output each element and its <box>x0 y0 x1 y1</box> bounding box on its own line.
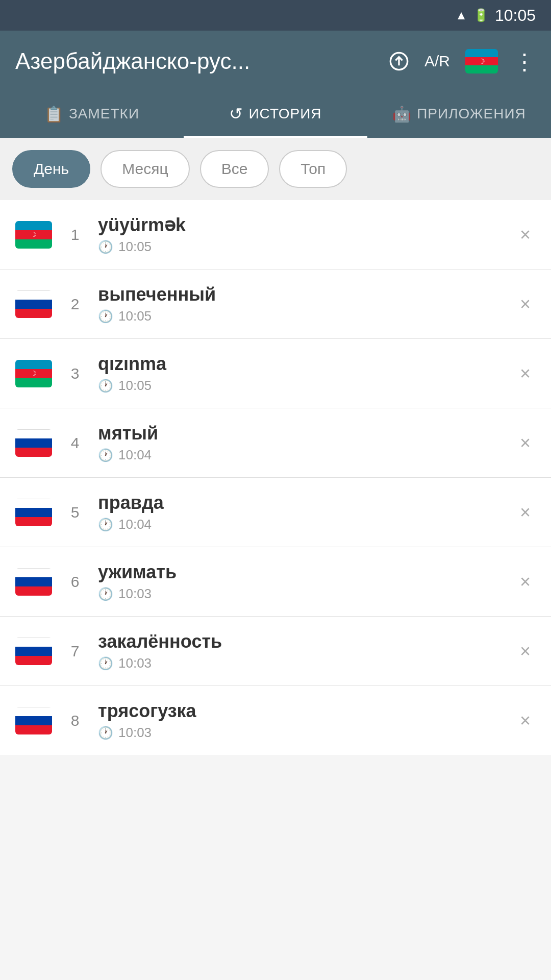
app-title: Азербайджанско-рус... <box>15 48 250 74</box>
clock-icon: 🕐 <box>98 726 113 740</box>
clock-icon: 🕐 <box>98 448 113 462</box>
item-word: закалённость <box>98 631 515 652</box>
list-item[interactable]: 6ужимать🕐10:03× <box>0 547 551 617</box>
app-bar-actions: A/R ☽ ⋮ <box>389 48 536 75</box>
item-time: 🕐10:03 <box>98 655 515 671</box>
item-word: выпеченный <box>98 284 515 305</box>
clock-icon: 🕐 <box>98 656 113 671</box>
flag-stripe-mid: ☽ <box>15 369 52 378</box>
delete-button[interactable]: × <box>515 358 536 389</box>
lang-flag <box>15 290 52 318</box>
flag-button[interactable]: ☽ <box>465 49 498 74</box>
flag-stripe-top <box>15 360 52 369</box>
item-word: мятый <box>98 423 515 444</box>
list-item[interactable]: 2выпеченный🕐10:05× <box>0 270 551 339</box>
item-content: трясогузка🕐10:03 <box>98 700 515 741</box>
item-time: 🕐10:05 <box>98 378 515 394</box>
item-content: правда🕐10:04 <box>98 492 515 532</box>
item-word: qızınma <box>98 353 515 375</box>
filter-month[interactable]: Месяц <box>101 150 189 188</box>
item-number: 6 <box>62 573 88 591</box>
item-time: 🕐10:05 <box>98 308 515 324</box>
delete-button[interactable]: × <box>515 427 536 459</box>
flag-stripe-top <box>15 568 52 578</box>
flag-stripe-mid <box>15 716 52 725</box>
lang-flag <box>15 707 52 734</box>
apps-icon: 🤖 <box>392 105 412 123</box>
flag-stripe-bot <box>15 309 52 318</box>
delete-button[interactable]: × <box>515 635 536 667</box>
list-item[interactable]: 4мятый🕐10:04× <box>0 408 551 478</box>
flag-stripe-bot <box>15 517 52 526</box>
item-content: yüyürmək🕐10:05 <box>98 214 515 255</box>
item-content: мятый🕐10:04 <box>98 423 515 463</box>
lang-flag: ☽ <box>15 360 52 387</box>
item-word: ужимать <box>98 561 515 583</box>
item-number: 4 <box>62 434 88 452</box>
more-options-button[interactable]: ⋮ <box>513 48 536 75</box>
list-item[interactable]: ☽ 3qızınma🕐10:05× <box>0 339 551 408</box>
list-item[interactable]: 7закалённость🕐10:03× <box>0 617 551 686</box>
flag-stripe-top <box>15 221 52 230</box>
flag-stripe-bot <box>15 239 52 249</box>
flag-stripe-bot <box>15 725 52 734</box>
clock-icon: 🕐 <box>98 518 113 532</box>
item-number: 5 <box>62 504 88 521</box>
language-toggle-button[interactable]: A/R <box>424 53 450 70</box>
flag-stripe-mid <box>15 577 52 586</box>
flag-stripe-top <box>15 429 52 439</box>
history-list: ☽ 1yüyürmək🕐10:05× 2выпеченный🕐10:05× ☽ … <box>0 200 551 755</box>
signal-icon: ▲ <box>455 8 467 22</box>
flag-stripe-bot <box>15 586 52 596</box>
item-time: 🕐10:04 <box>98 447 515 463</box>
flag-stripe-bot <box>15 448 52 457</box>
flag-bot-stripe <box>465 65 498 74</box>
filter-top[interactable]: Топ <box>279 150 347 188</box>
item-number: 3 <box>62 365 88 382</box>
flag-stripe-bot <box>15 378 52 387</box>
flag-mid-stripe: ☽ <box>465 57 498 65</box>
list-item[interactable]: 5правда🕐10:04× <box>0 478 551 547</box>
delete-button[interactable]: × <box>515 497 536 528</box>
flag-stripe-mid <box>15 647 52 656</box>
flag-stripe-top <box>15 638 52 647</box>
status-bar: ▲ 🔋 10:05 <box>0 0 551 31</box>
clock-icon: 🕐 <box>98 309 113 324</box>
notes-icon: 📋 <box>44 105 64 123</box>
flag-stripe-mid <box>15 438 52 448</box>
lang-flag: ☽ <box>15 221 52 249</box>
list-item[interactable]: ☽ 1yüyürmək🕐10:05× <box>0 200 551 270</box>
status-icons: ▲ 🔋 10:05 <box>455 6 536 25</box>
lang-flag <box>15 638 52 665</box>
filter-all[interactable]: Все <box>200 150 269 188</box>
flag-stripe-top <box>15 707 52 717</box>
flag-stripe-top <box>15 499 52 508</box>
time-value: 10:05 <box>118 239 152 255</box>
item-word: правда <box>98 492 515 513</box>
delete-button[interactable]: × <box>515 705 536 737</box>
item-number: 1 <box>62 226 88 243</box>
tab-history[interactable]: ↺ ИСТОРИЯ <box>184 92 367 138</box>
time-value: 10:03 <box>118 655 152 671</box>
history-icon: ↺ <box>229 104 243 124</box>
flag-stripe-top <box>15 290 52 300</box>
filter-day[interactable]: День <box>12 150 90 188</box>
item-word: yüyürmək <box>98 214 515 236</box>
item-number: 8 <box>62 712 88 729</box>
item-time: 🕐10:04 <box>98 517 515 532</box>
item-word: трясогузка <box>98 700 515 722</box>
flag-stripe-mid: ☽ <box>15 230 52 239</box>
flag-top-stripe <box>465 49 498 57</box>
item-content: выпеченный🕐10:05 <box>98 284 515 324</box>
delete-button[interactable]: × <box>515 566 536 598</box>
clock-icon: 🕐 <box>98 587 113 601</box>
tab-apps[interactable]: 🤖 ПРИЛОЖЕНИЯ <box>367 92 551 138</box>
upload-button[interactable] <box>389 51 409 71</box>
time-value: 10:05 <box>118 378 152 394</box>
delete-button[interactable]: × <box>515 219 536 251</box>
list-item[interactable]: 8трясогузка🕐10:03× <box>0 686 551 755</box>
delete-button[interactable]: × <box>515 288 536 320</box>
lang-flag <box>15 499 52 526</box>
item-content: qızınma🕐10:05 <box>98 353 515 394</box>
tab-notes[interactable]: 📋 ЗАМЕТКИ <box>0 92 184 138</box>
